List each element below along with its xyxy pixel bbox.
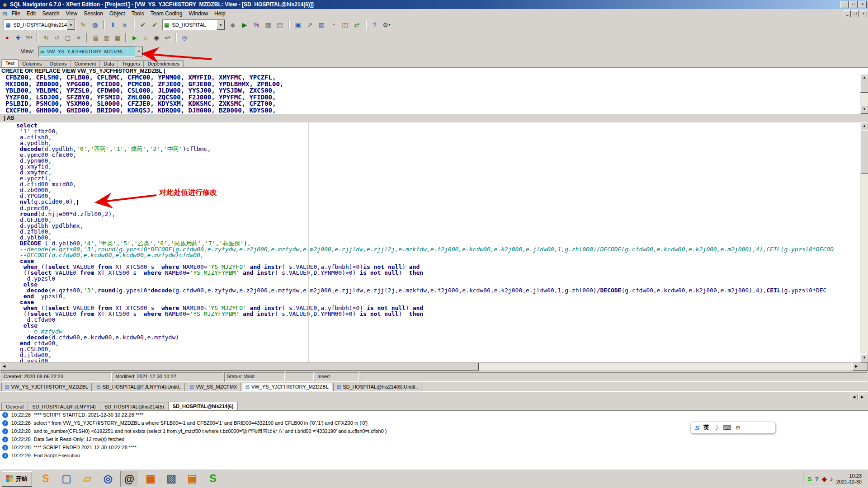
code-line[interactable]: a.cflsh0, [0, 134, 868, 140]
code-line[interactable]: d.pcmc00, [0, 205, 868, 211]
code-line[interactable]: decode(d.ypdlbh,'0','西药','1','成药','2','中… [0, 146, 868, 152]
code-line[interactable]: end ypzsl0, [0, 293, 868, 299]
sogou-green-app-icon[interactable]: S [204, 471, 222, 486]
execute-current-icon[interactable]: ▶ [239, 19, 250, 30]
document-tab[interactable]: ▤SD_HOSPITAL@FJLNYY(4):Untitl.. [93, 383, 185, 391]
send-mail-icon[interactable]: ✉▾ [24, 33, 34, 42]
job-scheduler-icon[interactable]: ◫ [340, 19, 350, 30]
scroll-down-icon[interactable]: ▼ [860, 354, 868, 362]
tray-sogou-icon[interactable]: S [807, 475, 811, 483]
clipboard-paste-icon[interactable]: ▦ [113, 33, 123, 42]
code-line[interactable]: ((select VALUE0 from XT_XTCS00 s where N… [0, 311, 868, 317]
explain-plan-icon[interactable]: ◔ [328, 19, 339, 30]
scroll-up-icon[interactable]: ▲ [860, 74, 868, 82]
clipboard-cut-icon[interactable]: ▤ [91, 33, 101, 42]
stop-icon[interactable]: ■ [119, 19, 130, 30]
code-line[interactable]: d.ypnm00, [0, 158, 868, 164]
navigator-globe-icon[interactable]: ◎ [179, 33, 189, 42]
minimize-button[interactable]: _ [840, 1, 849, 8]
child-minimize-button[interactable]: _ [844, 10, 851, 17]
record-macro-icon[interactable]: ● [2, 33, 12, 42]
profiler-icon[interactable]: % [251, 19, 262, 30]
tray-safety-icon[interactable]: ◆ [822, 475, 827, 483]
splitter-strip[interactable]: ◀ ▶ [0, 391, 868, 402]
code-line[interactable]: d.yysj00, [0, 358, 868, 362]
sql-scratchpad-icon[interactable]: ✎ [78, 19, 89, 30]
tab-triggers[interactable]: Triggers [118, 60, 144, 67]
settings-icon[interactable]: ⚙▾ [381, 19, 392, 30]
close-button[interactable]: × [859, 1, 867, 8]
history-icon[interactable]: ▢ [63, 33, 73, 42]
menu-object[interactable]: Object [106, 9, 128, 18]
maximize-button[interactable]: □ [849, 1, 858, 8]
code-line[interactable]: d.zb0000, [0, 187, 868, 193]
menu-edit[interactable]: Edit [24, 9, 39, 18]
ime-language-mode[interactable]: 英 [703, 423, 709, 432]
menu-session[interactable]: Session [80, 9, 106, 18]
sql-code-editor[interactable]: select '1' cfbz00, a.cflsh0, a.ypdlbh, d… [0, 122, 868, 362]
document-tab[interactable]: ▤VW_SS_MZCFMX [186, 383, 241, 391]
output-tab[interactable]: SD_HOSPITAL@FJLNYY(4) [28, 403, 100, 410]
code-line[interactable]: --DECODE(d.cfdw00,e.kcdw00,e.kcdw00,e.mz… [0, 252, 868, 258]
code-line[interactable]: g.CSL000, [0, 346, 868, 352]
ime-toolbar[interactable]: S 英 ☽⌨⚙ [690, 422, 775, 433]
window-app-icon[interactable]: ▣ [184, 471, 201, 486]
code-line[interactable]: nvl(g.pcid00,0), [0, 199, 868, 205]
debug-lamp-icon[interactable]: ☼ [141, 33, 151, 42]
find-objects-icon[interactable]: ◉ [151, 33, 161, 42]
scroll-thumb[interactable] [8, 363, 479, 371]
undo-icon[interactable]: ↺ [52, 33, 62, 42]
output-tab[interactable]: SD_HOSPITAL@his214(5) [100, 403, 169, 410]
tray-help-icon[interactable]: ? [815, 475, 819, 483]
document-tab[interactable]: ▤SD_HOSPITAL@his214(6):Untitl.. [333, 383, 422, 391]
skin-icon[interactable]: ☽ [713, 424, 719, 431]
code-line[interactable]: e.ypczfl, [0, 175, 868, 181]
menu-help[interactable]: Help [211, 9, 229, 18]
execute-script-icon[interactable]: ▶ [130, 33, 140, 42]
view-dropdown-arrow-icon[interactable]: ▼ [135, 47, 143, 56]
tray-volume-icon[interactable]: ♪ [830, 475, 833, 483]
sogou-input-icon[interactable]: S [37, 471, 54, 486]
export-table-icon[interactable]: ↗ [304, 19, 315, 30]
code-line[interactable]: d.cfid00 mxid00, [0, 181, 868, 187]
tab-scroll-left-icon[interactable]: ◀ [850, 394, 858, 401]
code-line[interactable]: end cfdw00, [0, 340, 868, 346]
code-line[interactable]: e.ypmc00 cfmc00, [0, 152, 868, 158]
more-commands-icon[interactable]: »▾ [162, 33, 172, 42]
menu-window[interactable]: Window [185, 9, 211, 18]
document-tab[interactable]: ▤VW_YS_YJCFHISTORY_MZDZBL [242, 383, 332, 391]
child-close-button[interactable]: × [860, 10, 867, 17]
dropdown-arrow-icon[interactable]: ▼ [217, 20, 225, 30]
start-button[interactable]: 开始 [2, 471, 32, 487]
columns-scrollbar[interactable]: ▲ ▼ [860, 74, 868, 114]
session-selector[interactable]: ▦SD_HOSPITAL@his214(6)▼ [4, 19, 75, 30]
clipboard-copy-icon[interactable]: ▥ [102, 33, 112, 42]
pause-icon[interactable]: Ⅱ [108, 19, 118, 30]
document-tab[interactable]: ▤VW_YS_YJCFHISTORY_MZDZBL [1, 383, 92, 391]
code-line[interactable]: g.xmyfid, [0, 164, 868, 169]
tab-comment[interactable]: Comment [71, 60, 100, 67]
code-line[interactable]: round(d.hjje00*d.zfbl00,2), [0, 211, 868, 217]
menu-team-coding[interactable]: Team Coding [147, 9, 186, 18]
tab-options[interactable]: Options [46, 60, 71, 67]
notepad-app-icon[interactable]: ▢ [58, 471, 75, 486]
schema-selector[interactable]: ▦SD_HOSPITAL▼ [162, 19, 225, 30]
code-line[interactable]: d.xmyfmc, [0, 169, 868, 175]
code-line[interactable]: d.YPGG00, [0, 193, 868, 199]
compile-with-debug-icon[interactable]: ✔ [149, 19, 160, 30]
scroll-down-icon[interactable]: ▼ [860, 106, 868, 114]
tab-dependencies[interactable]: Dependencies [143, 60, 183, 67]
code-line[interactable]: d.cfdw00 [0, 317, 868, 323]
menu-tools[interactable]: Tools [128, 9, 147, 18]
tab-columns[interactable]: Columns [18, 60, 46, 67]
column-list-pane[interactable]: CFBZ00, CFLSH0, CFLB00, CFLBMC, CFMC00, … [0, 74, 868, 114]
menu-search[interactable]: Search [39, 9, 62, 18]
calculator-icon[interactable]: ▦ [263, 19, 274, 30]
source-control-icon[interactable]: ⇄ [351, 19, 362, 30]
add-object-icon[interactable]: ✚ [13, 33, 23, 42]
output-log-pane[interactable]: i10:22:28**** SCRIPT STARTED: 2021-12-30… [0, 410, 868, 469]
tab-scroll-right-icon[interactable]: ▶ [858, 394, 866, 401]
code-line[interactable]: else [0, 323, 868, 328]
keyboard-icon[interactable]: ⌨ [723, 424, 731, 431]
code-line[interactable]: '1' cfbz00, [0, 128, 868, 134]
